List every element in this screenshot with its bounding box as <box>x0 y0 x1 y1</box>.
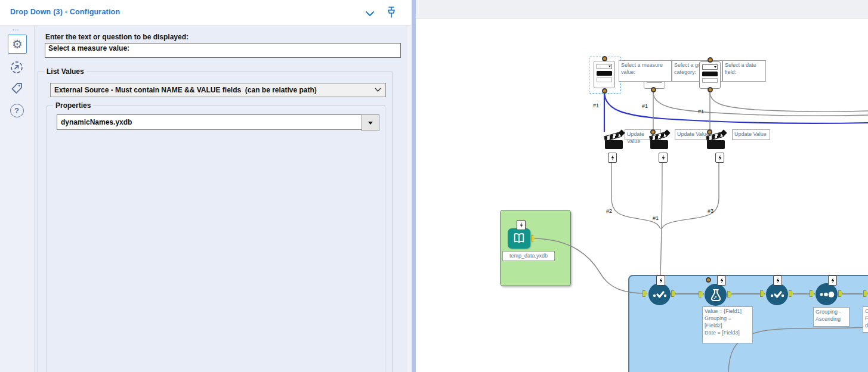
list-source-value: External Source - Must contain NAME && V… <box>54 86 317 94</box>
dropdown-icon <box>702 64 718 70</box>
connection-label: #1 <box>698 108 704 114</box>
annotation-sort[interactable]: Grouping - Ascending <box>813 307 850 327</box>
question-label: Enter the text or question to be display… <box>45 33 189 41</box>
flask-icon <box>710 289 722 302</box>
question-anchor[interactable] <box>650 129 656 135</box>
question-anchor[interactable] <box>602 56 607 61</box>
panel-splitter[interactable] <box>412 0 416 372</box>
tool-lightning-anchor[interactable] <box>773 275 782 286</box>
chevron-down-icon <box>362 78 382 103</box>
select-check-icon <box>653 290 667 299</box>
connection-label: #1 <box>593 103 599 108</box>
annotation-question-3[interactable]: Select a date field: <box>722 60 766 82</box>
alteryx-designer-window: Drop Down (3) - Configuration … ⚙ ? Ente… <box>0 0 868 372</box>
tool-lightning-anchor[interactable] <box>717 275 726 286</box>
annotation-clipped[interactable]: C F d <box>863 306 868 333</box>
action-anchor-lightning[interactable] <box>715 153 724 163</box>
navigation-icon[interactable] <box>8 58 26 76</box>
open-book-icon <box>512 232 526 245</box>
configuration-header: Drop Down (3) - Configuration <box>0 0 412 26</box>
select-tool-1[interactable] <box>648 283 671 305</box>
properties-group: Properties <box>47 101 385 372</box>
config-sidebar: ⚙ ? <box>0 25 35 372</box>
list-source-dropdown[interactable]: External Source - Must contain NAME && V… <box>50 83 386 97</box>
action-tool-2[interactable] <box>650 132 671 151</box>
action-tool-3[interactable] <box>707 132 727 151</box>
action-anchor-lightning[interactable] <box>659 153 668 163</box>
annotation-formula[interactable]: Value = [Field1] Grouping = [Field2] Dat… <box>702 306 753 343</box>
list-values-group-label: List Values <box>44 67 87 76</box>
connection-label: #2 <box>606 208 612 214</box>
input-data-tool[interactable] <box>508 228 530 249</box>
annotation-tag-icon[interactable] <box>8 80 26 98</box>
properties-path-input[interactable]: dynamicNames.yxdb <box>57 114 362 130</box>
action-tool-1[interactable] <box>605 132 625 151</box>
annotation-input-data[interactable]: temp_data.yxdb <box>502 251 555 261</box>
tool-lightning-anchor[interactable] <box>656 275 665 286</box>
formula-tool[interactable] <box>705 284 727 306</box>
annotation-action-3[interactable]: Update Value <box>732 129 770 140</box>
tool-lightning-anchor[interactable] <box>828 275 837 286</box>
help-icon[interactable]: ? <box>8 101 26 119</box>
configuration-title: Drop Down (3) - Configuration <box>10 8 120 16</box>
question-anchor[interactable] <box>706 277 711 283</box>
question-anchor[interactable] <box>708 87 713 92</box>
action-anchor-lightning[interactable] <box>608 153 617 163</box>
pin-icon[interactable] <box>385 5 398 22</box>
sort-dots-icon <box>819 290 835 299</box>
connection-label: #1 <box>642 103 648 109</box>
dropdown-tool-3[interactable] <box>699 61 721 89</box>
panel-gap <box>407 0 412 372</box>
collapse-chevron-icon[interactable] <box>365 9 375 20</box>
question-anchor[interactable] <box>602 88 607 94</box>
question-anchor[interactable] <box>708 57 713 63</box>
connection-label: #3 <box>708 208 713 214</box>
input-tool-lightning-anchor[interactable] <box>517 220 526 230</box>
question-anchor[interactable] <box>651 87 656 92</box>
panel-grip-dots[interactable]: … <box>12 24 20 32</box>
dropdown-tool-1[interactable] <box>594 61 615 88</box>
annotation-question-1[interactable]: Select a measure value: <box>619 60 672 82</box>
gear-icon[interactable]: ⚙ <box>8 35 27 54</box>
dropdown-arrow-icon <box>368 122 373 125</box>
properties-dropdown-button[interactable] <box>362 114 379 131</box>
question-anchor[interactable] <box>707 129 712 135</box>
dropdown-icon <box>597 64 612 69</box>
sort-tool[interactable] <box>816 283 838 305</box>
question-text-input[interactable]: Select a measure value: <box>45 43 401 58</box>
properties-group-label: Properties <box>53 101 93 110</box>
connection-label: #1 <box>653 215 659 221</box>
document-tab-bar <box>416 0 868 18</box>
select-tool-2[interactable] <box>766 283 788 305</box>
select-check-icon <box>770 290 784 299</box>
